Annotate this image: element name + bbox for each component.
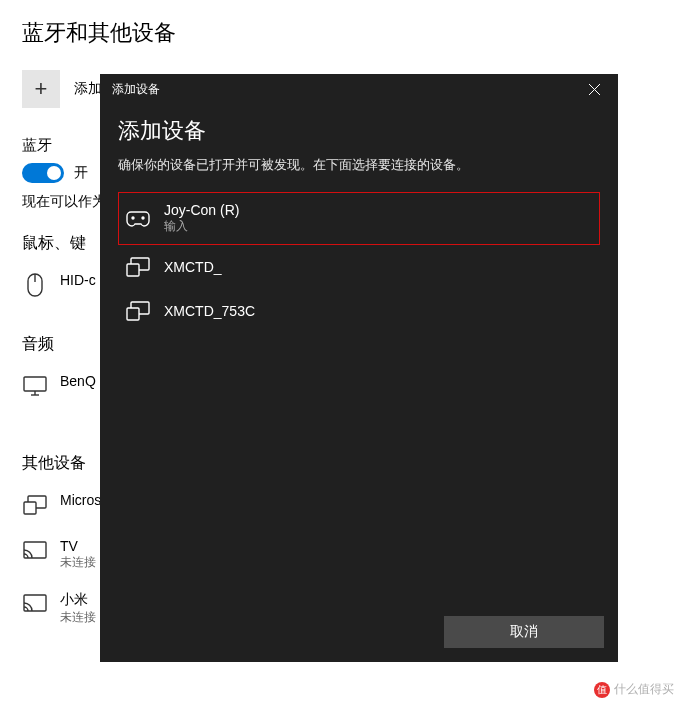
cast-icon	[22, 538, 48, 564]
watermark-text: 什么值得买	[614, 681, 674, 698]
device-type: 输入	[164, 218, 239, 235]
close-button[interactable]	[574, 74, 614, 104]
svg-rect-14	[127, 264, 139, 276]
device-name: 小米	[60, 591, 96, 609]
svg-rect-2	[24, 377, 46, 391]
device-item-joycon[interactable]: Joy-Con (R) 输入	[118, 192, 600, 245]
device-name: BenQ	[60, 373, 96, 389]
display-icon	[22, 492, 48, 518]
svg-point-11	[132, 217, 134, 219]
watermark-badge: 值	[594, 682, 610, 698]
discover-list: Joy-Con (R) 输入 XMCTD_	[118, 192, 600, 333]
dialog-subtitle: 确保你的设备已打开并可被发现。在下面选择要连接的设备。	[118, 156, 600, 174]
add-icon[interactable]: +	[22, 70, 60, 108]
monitor-icon	[22, 373, 48, 399]
svg-point-12	[142, 217, 144, 219]
device-status: 未连接	[60, 609, 96, 626]
add-device-dialog: 添加设备 添加设备 确保你的设备已打开并可被发现。在下面选择要连接的设备。 Jo…	[100, 74, 618, 662]
gamepad-icon	[126, 207, 150, 231]
dialog-window-title: 添加设备	[112, 81, 160, 98]
device-item-xmctd[interactable]: XMCTD_	[118, 245, 600, 289]
mouse-icon	[22, 272, 48, 298]
device-item-xmctd753c[interactable]: XMCTD_753C	[118, 289, 600, 333]
svg-rect-6	[24, 502, 36, 514]
device-name: Micros	[60, 492, 101, 508]
watermark: 值 什么值得买	[594, 681, 674, 698]
dialog-footer: 取消	[100, 602, 618, 662]
svg-rect-16	[127, 308, 139, 320]
device-name: Joy-Con (R)	[164, 202, 239, 218]
device-name: XMCTD_	[164, 259, 222, 275]
display-icon	[126, 299, 150, 323]
device-name: HID-c	[60, 272, 96, 288]
cast-icon	[22, 591, 48, 617]
bluetooth-state: 开	[74, 164, 88, 182]
page-title: 蓝牙和其他设备	[22, 18, 658, 48]
device-name: TV	[60, 538, 96, 554]
display-icon	[126, 255, 150, 279]
dialog-body: 添加设备 确保你的设备已打开并可被发现。在下面选择要连接的设备。 Joy-Con…	[100, 104, 618, 602]
device-status: 未连接	[60, 554, 96, 571]
bluetooth-toggle[interactable]	[22, 163, 64, 183]
dialog-titlebar: 添加设备	[100, 74, 618, 104]
dialog-heading: 添加设备	[118, 116, 600, 146]
cancel-button[interactable]: 取消	[444, 616, 604, 648]
device-name: XMCTD_753C	[164, 303, 255, 319]
